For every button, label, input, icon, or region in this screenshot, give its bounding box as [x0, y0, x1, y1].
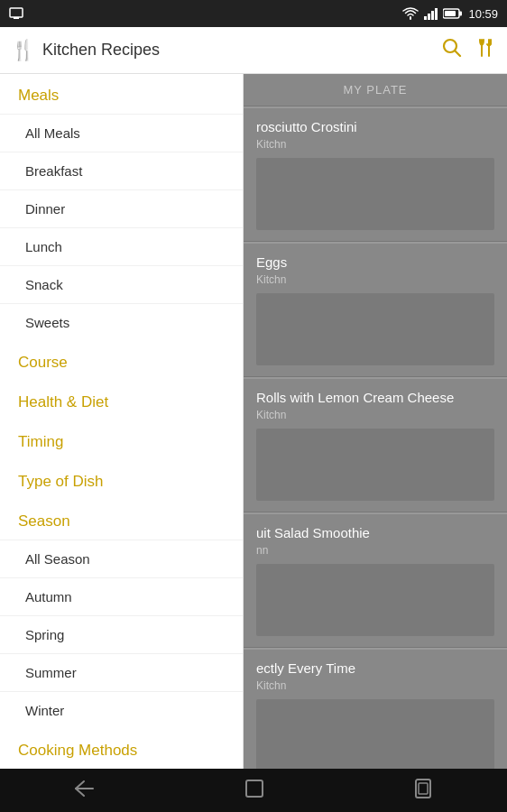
recipes-area: MY PLATE rosciutto Crostini Kitchn Eggs … [244, 74, 507, 769]
battery-icon [443, 8, 463, 19]
recipe-source-5: Kitchn [256, 679, 494, 692]
svg-rect-0 [10, 8, 23, 17]
sidebar-category-course[interactable]: Course [0, 341, 243, 381]
svg-rect-4 [459, 12, 462, 16]
recipe-card-3: Rolls with Lemon Cream Cheese Kitchn [244, 379, 507, 512]
back-button[interactable] [55, 771, 115, 810]
sidebar-item-breakfast[interactable]: Breakfast [0, 152, 243, 189]
recipe-source-2: Kitchn [256, 273, 494, 286]
status-bar-left [9, 6, 23, 21]
recipe-title-1: rosciutto Crostini [256, 119, 494, 134]
svg-rect-12 [246, 780, 263, 797]
recipe-image-5 [256, 699, 494, 769]
recipe-image-4 [256, 564, 494, 636]
main-area: Meals All Meals Breakfast Dinner Lunch S… [0, 74, 507, 769]
recipe-title-3: Rolls with Lemon Cream Cheese [256, 390, 494, 405]
screen-status-icon [9, 6, 23, 21]
recipe-image-1 [256, 158, 494, 230]
sidebar-item-sweets[interactable]: Sweets [0, 303, 243, 341]
recipe-card-1: rosciutto Crostini Kitchn [244, 108, 507, 242]
recipe-image-2 [256, 293, 494, 365]
status-bar: 10:59 [0, 0, 507, 27]
recipe-source-3: Kitchn [256, 409, 494, 421]
sidebar-category-timing[interactable]: Timing [0, 420, 243, 460]
sidebar-item-all-meals[interactable]: All Meals [0, 114, 243, 152]
app-title: Kitchen Recipes [42, 41, 442, 60]
home-button[interactable] [226, 770, 283, 811]
wifi-icon [402, 7, 419, 20]
sidebar-item-winter[interactable]: Winter [0, 691, 243, 729]
recipe-title-2: Eggs [256, 254, 494, 270]
my-plate-tab[interactable]: MY PLATE [244, 74, 507, 106]
sidebar-item-summer[interactable]: Summer [0, 653, 243, 691]
sidebar-item-spring[interactable]: Spring [0, 615, 243, 653]
signal-icon [424, 8, 438, 20]
sidebar-category-meals[interactable]: Meals [0, 74, 243, 114]
svg-rect-14 [419, 783, 428, 794]
sidebar-category-health-diet[interactable]: Health & Diet [0, 381, 243, 420]
sidebar-item-all-season[interactable]: All Season [0, 540, 243, 577]
recipe-card-2: Eggs Kitchn [244, 244, 507, 377]
recipe-source-1: Kitchn [256, 138, 494, 151]
app-header: 🍴 Kitchen Recipes [0, 27, 507, 74]
recipe-title-5: ectly Every Time [256, 660, 494, 676]
sidebar: Meals All Meals Breakfast Dinner Lunch S… [0, 74, 244, 769]
svg-rect-3 [445, 11, 456, 16]
sidebar-category-cooking-methods[interactable]: Cooking Methods [0, 729, 243, 769]
recipe-card-5: ectly Every Time Kitchn [244, 650, 507, 769]
sidebar-item-dinner[interactable]: Dinner [0, 189, 243, 227]
status-bar-right: 10:59 [402, 7, 498, 21]
svg-line-6 [455, 51, 460, 56]
bottom-nav [0, 769, 507, 812]
svg-rect-1 [14, 17, 19, 19]
sidebar-item-lunch[interactable]: Lunch [0, 227, 243, 265]
recents-button[interactable] [394, 770, 452, 811]
sidebar-category-type-of-dish[interactable]: Type of Dish [0, 460, 243, 500]
time-display: 10:59 [468, 7, 498, 21]
recipe-image-3 [256, 429, 494, 501]
sidebar-item-autumn[interactable]: Autumn [0, 577, 243, 615]
header-actions [442, 38, 496, 63]
recipe-card-4: uit Salad Smoothie nn [244, 514, 507, 648]
app-logo-icon: 🍴 [11, 39, 35, 62]
cutlery-icon[interactable] [476, 38, 496, 63]
recipe-source-4: nn [256, 544, 494, 557]
recipe-title-4: uit Salad Smoothie [256, 525, 494, 540]
sidebar-category-season[interactable]: Season [0, 500, 243, 540]
sidebar-item-snack[interactable]: Snack [0, 265, 243, 303]
search-icon[interactable] [442, 38, 462, 63]
